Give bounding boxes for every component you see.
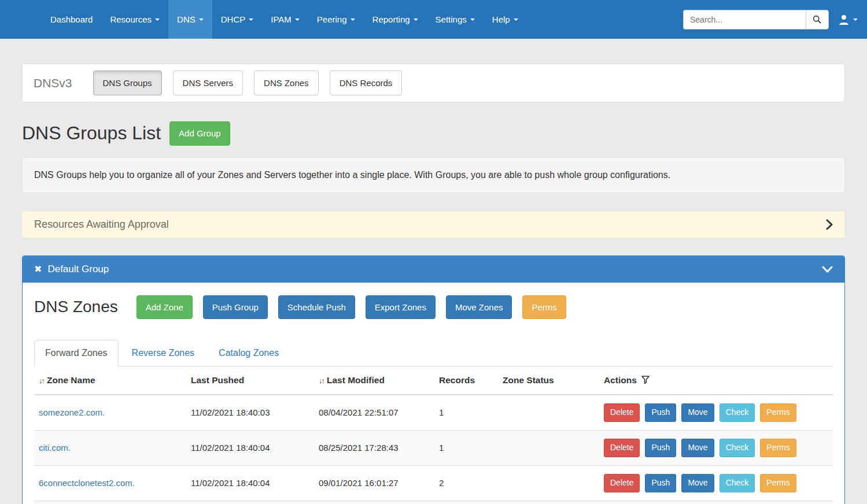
user-icon [838, 14, 850, 25]
push-group-button[interactable]: Push Group [203, 295, 268, 319]
nav-item-help[interactable]: Help [484, 0, 527, 39]
zones-section-title: DNS Zones [34, 298, 118, 316]
push-button[interactable]: Push [645, 474, 676, 492]
last-pushed-cell: 11/02/2021 18:40:03 [186, 395, 314, 430]
description-text: DNS Groups help you to organize all of y… [34, 170, 670, 180]
filter-icon[interactable] [641, 376, 650, 384]
nav-label: Reporting [372, 14, 410, 24]
default-group-header[interactable]: ✖ Default Group [23, 256, 844, 283]
zones-table-header-row: ↓↑Zone Name Last Pushed ↓↑Last Modified … [34, 366, 833, 395]
search-button[interactable] [806, 10, 829, 29]
column-header-actions[interactable]: Actions [599, 366, 833, 395]
zone-name-link[interactable]: 6connectclonetest2.com. [39, 478, 135, 488]
last-modified-cell: 09/01/2021 16:01:27 [314, 465, 434, 501]
export-zones-button[interactable]: Export Zones [366, 295, 436, 319]
move-zones-button[interactable]: Move Zones [446, 295, 512, 319]
nav-label: Peering [317, 14, 347, 24]
zones-table: ↓↑Zone Name Last Pushed ↓↑Last Modified … [34, 366, 833, 504]
perms-button[interactable]: Perms [522, 295, 566, 319]
column-label: Last Pushed [191, 375, 244, 385]
column-header-zone-status[interactable]: Zone Status [498, 366, 599, 395]
move-button[interactable]: Move [681, 474, 714, 492]
default-group-body: DNS Zones Add Zone Push Group Schedule P… [23, 283, 844, 504]
perms-button[interactable]: Perms [760, 474, 796, 492]
nav-item-reporting[interactable]: Reporting [364, 0, 427, 39]
search-input[interactable] [683, 10, 806, 29]
records-cell: 1 [434, 501, 498, 504]
row-actions: Delete Push Move Check Perms [604, 403, 828, 422]
nav-label: Settings [436, 14, 467, 24]
zone-name-link[interactable]: citi.com. [39, 443, 71, 453]
close-icon[interactable]: ✖ [34, 264, 42, 275]
approval-panel-title: Resources Awaiting Approval [34, 218, 169, 231]
nav-label: DHCP [221, 14, 246, 24]
delete-button[interactable]: Delete [604, 474, 640, 492]
nav-item-resources[interactable]: Resources [101, 0, 168, 39]
caret-down-icon [295, 18, 300, 21]
search-group [683, 10, 829, 29]
column-label: Actions [604, 375, 637, 385]
nav-item-dns[interactable]: DNS [168, 0, 212, 39]
table-row: 6connectqa.com. 11/02/2021 18:40:04 10/2… [34, 501, 833, 504]
push-button[interactable]: Push [645, 439, 676, 457]
tab-forward-zones[interactable]: Forward Zones [34, 340, 119, 366]
page-heading-row: DNS Groups List Add Group [22, 121, 845, 145]
subnav-button-dns-servers[interactable]: DNS Servers [173, 71, 244, 95]
caret-down-icon [249, 18, 253, 21]
push-button[interactable]: Push [645, 403, 676, 422]
chevron-right-icon[interactable] [826, 219, 833, 230]
user-menu[interactable] [838, 14, 858, 25]
approval-panel[interactable]: Resources Awaiting Approval [22, 211, 845, 238]
nav-items: Dashboard Resources DNS DHCP IPAM Peerin… [0, 0, 527, 39]
nav-item-dhcp[interactable]: DHCP [212, 0, 263, 39]
table-row: somezone2.com. 11/02/2021 18:40:03 08/04… [34, 395, 833, 430]
caret-down-icon [199, 18, 204, 21]
nav-label: Help [492, 14, 510, 24]
check-button[interactable]: Check [720, 403, 755, 422]
search-icon [813, 15, 822, 24]
nav-item-peering[interactable]: Peering [308, 0, 364, 39]
last-pushed-cell: 11/02/2021 18:40:04 [186, 465, 314, 501]
records-cell: 1 [434, 395, 498, 430]
row-actions: Delete Push Move Check Perms [604, 439, 828, 457]
delete-button[interactable]: Delete [604, 439, 640, 457]
column-label: Records [439, 375, 475, 385]
nav-label: Resources [110, 14, 152, 24]
subnav-button-dns-groups[interactable]: DNS Groups [93, 71, 162, 95]
chevron-down-icon[interactable] [822, 266, 833, 273]
tab-catalog-zones[interactable]: Catalog Zones [208, 340, 290, 366]
check-button[interactable]: Check [720, 474, 755, 492]
nav-right [683, 0, 867, 39]
sort-icon[interactable]: ↓↑ [39, 376, 44, 385]
subnav-button-dns-zones[interactable]: DNS Zones [254, 71, 319, 95]
perms-button[interactable]: Perms [760, 403, 796, 422]
nav-label: DNS [177, 14, 195, 24]
check-button[interactable]: Check [720, 439, 755, 457]
move-button[interactable]: Move [681, 403, 714, 422]
column-header-zone-name[interactable]: ↓↑Zone Name [34, 366, 186, 395]
nav-item-settings[interactable]: Settings [427, 0, 484, 39]
caret-down-icon [414, 18, 418, 21]
add-zone-button[interactable]: Add Zone [136, 295, 193, 319]
nav-label: Dashboard [50, 14, 93, 24]
caret-down-icon [853, 18, 858, 21]
nav-item-ipam[interactable]: IPAM [262, 0, 308, 39]
move-button[interactable]: Move [681, 439, 714, 457]
sort-icon[interactable]: ↓↑ [319, 376, 324, 385]
nav-item-dashboard[interactable]: Dashboard [42, 0, 101, 39]
description-well: DNS Groups help you to organize all of y… [22, 157, 845, 193]
tab-reverse-zones[interactable]: Reverse Zones [121, 340, 206, 366]
add-group-button[interactable]: Add Group [169, 121, 230, 145]
column-header-last-modified[interactable]: ↓↑Last Modified [314, 366, 434, 395]
zone-status-cell [498, 501, 599, 504]
zone-name-link[interactable]: somezone2.com. [39, 407, 105, 417]
perms-button[interactable]: Perms [760, 439, 796, 457]
subnav-button-dns-records[interactable]: DNS Records [330, 71, 403, 95]
caret-down-icon [470, 18, 475, 21]
column-header-last-pushed[interactable]: Last Pushed [186, 366, 314, 395]
caret-down-icon [155, 18, 160, 21]
column-header-records[interactable]: Records [434, 366, 498, 395]
schedule-push-button[interactable]: Schedule Push [278, 295, 355, 319]
delete-button[interactable]: Delete [604, 403, 640, 422]
column-label: Zone Status [503, 375, 554, 385]
